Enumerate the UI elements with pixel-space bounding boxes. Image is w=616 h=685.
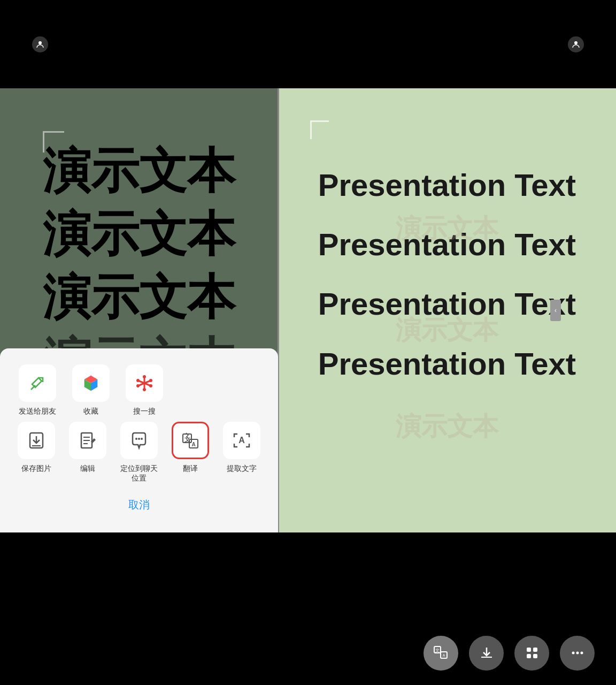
svg-rect-38 [527, 654, 531, 658]
svg-rect-37 [533, 648, 537, 652]
search-icon-wrap [126, 364, 163, 402]
save-image-icon-wrap [18, 422, 55, 459]
action-edit[interactable]: 编辑 [62, 422, 113, 483]
action-row-1: 发送给朋友 收藏 [11, 364, 267, 416]
edit-label: 编辑 [80, 463, 95, 473]
presentation-text-4: Presentation Text [318, 342, 576, 385]
extract-text-label: 提取文字 [227, 463, 257, 473]
edit-icon-wrap [69, 422, 106, 459]
extract-text-icon-wrap: A [223, 422, 260, 459]
action-sheet: 发送给朋友 收藏 [0, 348, 278, 532]
action-search[interactable]: 搜一搜 [118, 364, 171, 416]
svg-text:文: 文 [435, 648, 440, 653]
action-translate[interactable]: 文 A 翻译 [165, 422, 216, 483]
chinese-text-2: 演示文本 [43, 205, 235, 263]
svg-point-9 [143, 375, 146, 378]
collect-label: 收藏 [83, 406, 98, 416]
svg-point-14 [136, 379, 140, 382]
action-extract-text[interactable]: A 提取文字 [216, 422, 267, 483]
action-locate[interactable]: 定位到聊天 位置 [113, 422, 165, 483]
left-status-icon [32, 36, 48, 52]
main-area: 演示文本 演示文本 演示文本 演示文本 ‹ 演示文本 演示文本 演示文本 Pre… [0, 88, 616, 532]
divider-arrow[interactable]: ‹ [550, 300, 561, 321]
svg-point-41 [576, 652, 579, 654]
svg-text:A: A [442, 653, 445, 657]
svg-point-13 [136, 384, 140, 387]
svg-rect-36 [527, 648, 531, 652]
svg-point-10 [149, 379, 152, 382]
svg-point-0 [38, 41, 42, 44]
chinese-text-1: 演示文本 [43, 142, 235, 200]
action-send-friend[interactable]: 发送给朋友 [11, 364, 64, 416]
send-friend-icon-wrap [19, 364, 56, 402]
send-friend-label: 发送给朋友 [19, 406, 56, 416]
translate-icon-wrap: 文 A [172, 422, 209, 459]
svg-point-23 [138, 438, 140, 440]
collect-icon-wrap [72, 364, 110, 402]
svg-point-11 [149, 384, 152, 387]
right-status-icon [568, 36, 584, 52]
svg-rect-39 [533, 654, 537, 658]
save-image-label: 保存图片 [21, 463, 51, 473]
presentation-text-2: Presentation Text [318, 223, 576, 266]
corner-bracket-left [43, 131, 64, 153]
bottom-more-button[interactable] [560, 636, 595, 671]
bottom-grid-button[interactable] [514, 636, 549, 671]
presentation-text-3: Presentation Text [318, 282, 576, 325]
corner-bracket-right [310, 120, 329, 139]
svg-text:A: A [238, 436, 245, 445]
chinese-text-3: 演示文本 [43, 268, 235, 326]
bottom-download-button[interactable] [469, 636, 504, 671]
svg-point-40 [572, 652, 574, 654]
cancel-button[interactable]: 取消 [11, 488, 267, 522]
presentation-text-1: Presentation Text [318, 163, 576, 207]
locate-icon-wrap [120, 422, 158, 459]
action-collect[interactable]: 收藏 [64, 364, 118, 416]
bottom-translate-button[interactable]: 文 A [424, 636, 458, 671]
search-label: 搜一搜 [133, 406, 156, 416]
right-panel: 演示文本 演示文本 演示文本 Presentation Text Present… [278, 88, 616, 532]
svg-text:A: A [191, 442, 195, 447]
svg-point-1 [574, 41, 578, 44]
svg-point-42 [580, 652, 583, 654]
action-row-2: 保存图片 编辑 [11, 422, 267, 483]
svg-point-24 [141, 438, 143, 440]
locate-label: 定位到聊天 位置 [120, 463, 158, 483]
svg-point-22 [135, 438, 137, 440]
top-bar [0, 0, 616, 88]
translate-label: 翻译 [183, 463, 198, 473]
bottom-bar: 文 A [278, 621, 616, 685]
action-save-image[interactable]: 保存图片 [11, 422, 62, 483]
svg-point-12 [143, 388, 146, 391]
